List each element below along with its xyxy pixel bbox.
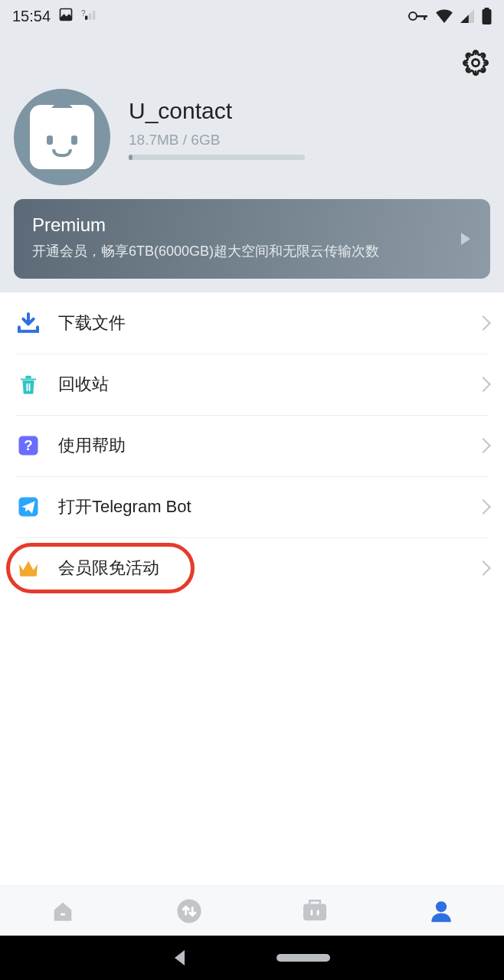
tab-profile-active[interactable] — [423, 893, 460, 929]
premium-title: Premium — [32, 214, 472, 236]
chevron-right-icon — [476, 315, 491, 331]
menu-item-help[interactable]: ? 使用帮助 — [0, 415, 504, 476]
menu-item-telegram[interactable]: 打开Telegram Bot — [0, 476, 504, 537]
menu-item-trash[interactable]: 回收站 — [0, 354, 504, 415]
svg-point-7 — [472, 59, 479, 66]
premium-banner[interactable]: Premium 开通会员，畅享6TB(6000GB)超大空间和无限云传输次数 — [14, 199, 490, 279]
help-icon: ? — [15, 433, 41, 459]
storage-progress — [129, 155, 305, 160]
settings-button[interactable] — [461, 48, 490, 77]
menu-label: 打开Telegram Bot — [58, 495, 478, 518]
chevron-right-icon — [476, 560, 491, 576]
chevron-right-icon — [476, 377, 491, 392]
storage-text: 18.7MB / 6GB — [129, 132, 490, 149]
svg-rect-6 — [485, 8, 489, 10]
svg-rect-17 — [311, 910, 313, 915]
play-icon — [461, 233, 470, 245]
svg-rect-8 — [25, 376, 31, 379]
menu-label: 使用帮助 — [58, 434, 478, 457]
menu-label: 回收站 — [58, 373, 478, 396]
svg-rect-16 — [303, 903, 326, 920]
signal-weak-icon: ? — [81, 7, 97, 26]
menu-item-promo[interactable]: 会员限免活动 — [0, 537, 504, 599]
username: U_contact — [129, 98, 490, 124]
crown-icon — [15, 555, 41, 581]
status-time: 15:54 — [12, 8, 51, 25]
avatar[interactable] — [14, 89, 110, 185]
android-navbar — [0, 936, 504, 980]
battery-icon — [482, 8, 492, 24]
svg-rect-10 — [29, 384, 31, 391]
svg-rect-14 — [61, 913, 65, 915]
trash-icon — [15, 371, 41, 397]
svg-rect-3 — [417, 15, 427, 18]
bottom-tabbar — [0, 885, 504, 936]
gear-icon — [463, 50, 489, 76]
vpn-key-icon — [408, 9, 428, 23]
telegram-icon — [15, 494, 41, 520]
svg-text:?: ? — [24, 437, 32, 453]
svg-rect-4 — [424, 15, 426, 20]
tab-transfer[interactable] — [171, 893, 208, 929]
svg-point-15 — [177, 899, 201, 923]
download-icon — [15, 310, 41, 336]
nav-home-pill[interactable] — [277, 954, 330, 962]
cell-signal-icon — [460, 9, 474, 23]
chevron-right-icon — [476, 499, 491, 514]
svg-point-19 — [436, 901, 447, 912]
profile-header: U_contact 18.7MB / 6GB — [0, 32, 504, 199]
svg-rect-18 — [317, 910, 319, 915]
menu-item-download[interactable]: 下载文件 — [0, 292, 504, 354]
menu-label: 下载文件 — [58, 312, 478, 335]
svg-rect-9 — [27, 384, 28, 391]
wifi-icon — [436, 9, 453, 23]
status-bar: 15:54 ? — [0, 0, 504, 32]
menu-label: 会员限免活动 — [58, 557, 478, 580]
svg-rect-5 — [483, 9, 492, 24]
tab-files[interactable] — [296, 893, 333, 929]
svg-point-2 — [409, 12, 417, 20]
tab-home[interactable] — [44, 893, 81, 929]
image-icon — [58, 7, 74, 26]
menu-list: 下载文件 回收站 ? 使用帮助 打开Telegram Bot — [0, 292, 504, 599]
nav-back-button[interactable] — [175, 950, 185, 965]
premium-description: 开通会员，畅享6TB(6000GB)超大空间和无限云传输次数 — [32, 242, 472, 260]
chevron-right-icon — [476, 438, 491, 453]
